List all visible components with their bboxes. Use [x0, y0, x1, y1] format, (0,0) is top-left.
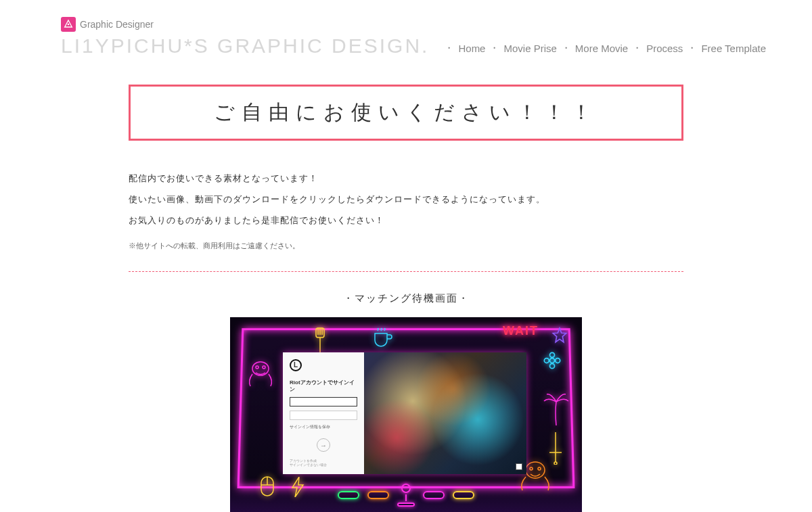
usage-note: ※他サイトへの転載、商用利用はご遠慮ください。 — [129, 241, 683, 251]
nav-dot: ・ — [560, 42, 572, 55]
template-thumbnail[interactable]: WAIT — [230, 317, 582, 512]
joystick-icon — [397, 484, 415, 507]
login-panel: L Riotアカウントでサインイン サインイン情報を保存 → アカウントを作成 … — [283, 352, 526, 474]
neon-pill-icon — [367, 491, 389, 499]
nav-dot: ・ — [488, 42, 501, 55]
cup-icon — [372, 328, 392, 350]
svg-point-8 — [530, 467, 533, 470]
nav-dot: ・ — [631, 42, 644, 55]
svg-point-5 — [556, 358, 560, 363]
svg-point-11 — [256, 366, 258, 369]
brand: Graphic Designer LI1YPICHU*S GRAPHIC DES… — [61, 17, 429, 57]
neon-pill-icon — [423, 491, 445, 499]
arcade-controls — [338, 484, 474, 507]
banner-text: ご自由にお使いください！！！ — [214, 101, 598, 123]
description: 配信内でお使いできる素材となっています！ 使いたい画像、動画下のダウンロードをク… — [129, 168, 683, 231]
nav-free-template[interactable]: Free Template — [701, 43, 766, 54]
svg-point-4 — [544, 358, 549, 363]
svg-point-2 — [550, 352, 555, 357]
star-icon — [551, 327, 568, 347]
gorilla-icon — [244, 358, 277, 390]
palm-icon — [543, 392, 570, 428]
svg-point-0 — [68, 24, 70, 26]
desc-line-3: お気入りのものがありましたら是非配信でお使いください！ — [129, 210, 683, 231]
svg-point-3 — [550, 363, 555, 368]
login-footer: アカウントを作成 サインインできない場合 — [290, 459, 357, 467]
svg-point-12 — [263, 366, 265, 369]
template-item: WAIT — [230, 317, 582, 512]
nav-movie-prise[interactable]: Movie Prise — [503, 43, 556, 54]
wait-label: WAIT — [503, 324, 539, 338]
nav-home[interactable]: Home — [458, 43, 485, 54]
neon-pill-icon — [453, 491, 474, 499]
nav-dot: ・ — [685, 42, 698, 55]
site-header: Graphic Designer LI1YPICHU*S GRAPHIC DES… — [61, 17, 751, 57]
login-heading: Riotアカウントでサインイン — [290, 379, 357, 394]
tagline: Graphic Designer — [80, 19, 154, 30]
neon-pill-icon — [338, 491, 359, 499]
main-nav: ・ Home ・ Movie Prise ・ More Movie ・ Proc… — [443, 42, 766, 57]
logo-icon — [61, 17, 76, 32]
login-footer-2: サインインできない場合 — [290, 463, 357, 467]
password-field — [290, 411, 357, 420]
main-content: ご自由にお使いください！！！ 配信内でお使いできる素材となっています！ 使いたい… — [129, 85, 683, 512]
nav-process[interactable]: Process — [646, 43, 683, 54]
nav-dot: ・ — [443, 42, 455, 55]
username-field — [290, 397, 357, 406]
svg-point-10 — [252, 362, 269, 375]
remember-label: サインイン情報を保存 — [290, 424, 357, 430]
mouse-icon — [257, 473, 277, 501]
svg-point-1 — [550, 358, 555, 363]
site-title: LI1YPICHU*S GRAPHIC DESIGN. — [61, 34, 429, 57]
divider — [129, 271, 683, 272]
desc-line-2: 使いたい画像、動画下のダウンロードをクリックしたらダウンロードできるようになって… — [129, 189, 683, 210]
login-splash-art — [364, 352, 526, 474]
flower-icon — [543, 351, 562, 373]
resize-handle-icon — [516, 463, 522, 470]
submit-arrow-icon: → — [317, 438, 330, 452]
desc-line-1: 配信内でお使いできる素材となっています！ — [129, 168, 683, 189]
bolt-icon — [291, 477, 304, 500]
riot-logo-icon: L — [290, 359, 302, 371]
login-form: L Riotアカウントでサインイン サインイン情報を保存 → アカウントを作成 … — [283, 352, 364, 474]
banner: ご自由にお使いください！！！ — [129, 85, 683, 141]
section-title: ・マッチング待機画面・ — [129, 292, 683, 305]
nav-more-movie[interactable]: More Movie — [575, 43, 628, 54]
svg-point-9 — [538, 467, 541, 470]
